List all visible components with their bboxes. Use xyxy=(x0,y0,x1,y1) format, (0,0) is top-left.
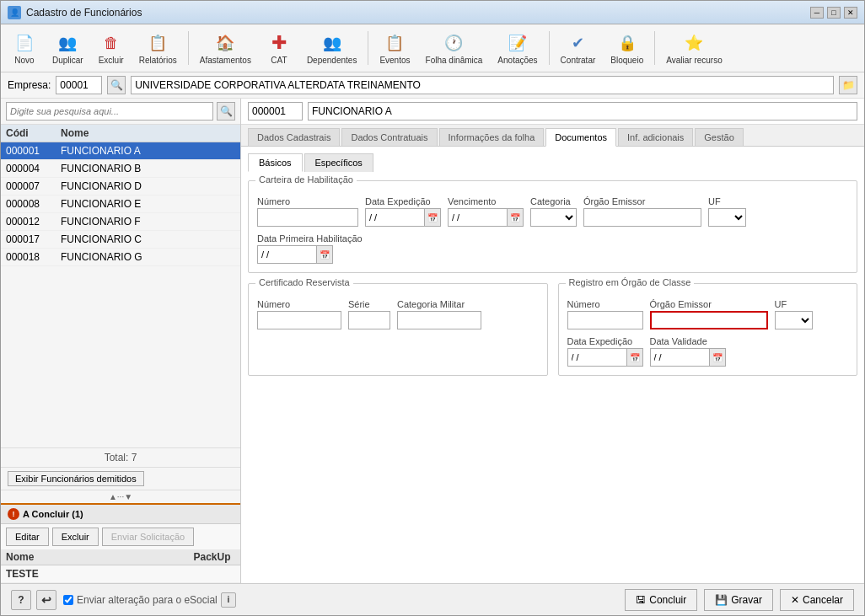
duplicar-label: Duplicar xyxy=(52,56,83,65)
aconcluir-col-pack-header: PackUp xyxy=(189,551,235,563)
aconcluir-title: A Concluir (1) xyxy=(23,509,83,519)
aconcluir-col-name-header: Nome xyxy=(6,551,189,563)
employee-code: 000008 xyxy=(6,198,61,210)
data-expedicao-input[interactable] xyxy=(365,208,424,227)
tab-gestao[interactable]: Gestão xyxy=(695,128,743,146)
esocial-info-button[interactable]: i xyxy=(221,592,236,608)
uf-select[interactable] xyxy=(708,208,746,227)
subtab-basicos[interactable]: Básicos xyxy=(248,153,303,172)
cert-cat-militar-input[interactable] xyxy=(397,311,481,329)
tab-informacoes-folha[interactable]: Informações da folha xyxy=(439,128,545,146)
aconcluir-row-name: TESTE xyxy=(6,568,189,580)
reg-numero-input[interactable] xyxy=(567,311,643,329)
gravar-button[interactable]: 💾 Gravar xyxy=(704,589,773,611)
excluir-aconcluir-button[interactable]: Excluir xyxy=(52,528,99,546)
toolbar-separator-2 xyxy=(368,31,368,65)
cert-numero-input[interactable] xyxy=(257,311,341,329)
col-code-header: Códi xyxy=(6,127,61,139)
numero-input[interactable] xyxy=(257,208,358,227)
vencimento-calendar-button[interactable]: 📅 xyxy=(507,208,524,227)
cancelar-label: Cancelar xyxy=(803,594,843,606)
folha-dinamica-label: Folha dinâmica xyxy=(426,56,483,65)
search-button[interactable]: 🔍 xyxy=(217,102,235,121)
excluir-button[interactable]: 🗑 Excluir xyxy=(93,28,130,68)
employee-row[interactable]: 000001 FUNCIONARIO A xyxy=(1,142,240,160)
maximize-btn[interactable]: □ xyxy=(827,7,841,19)
reg-uf-select[interactable] xyxy=(775,311,813,329)
dependentes-button[interactable]: 👥 Dependentes xyxy=(301,28,363,68)
editar-button[interactable]: Editar xyxy=(6,528,49,546)
employee-row[interactable]: 000017 FUNCIONARIO C xyxy=(1,231,240,249)
employee-row[interactable]: 000008 FUNCIONARIO E xyxy=(1,196,240,213)
employee-row[interactable]: 000004 FUNCIONARIO B xyxy=(1,160,240,178)
empresa-folder-button[interactable]: 📁 xyxy=(839,76,857,94)
search-input[interactable] xyxy=(6,102,213,121)
vencimento-group: Vencimento 📅 xyxy=(448,196,524,227)
help-button[interactable]: ? xyxy=(11,590,31,610)
employee-row[interactable]: 000012 FUNCIONARIO F xyxy=(1,213,240,231)
cert-serie-label: Série xyxy=(348,299,390,309)
cert-serie-input[interactable] xyxy=(348,311,390,329)
anotacoes-button[interactable]: 📝 Anotações xyxy=(492,28,543,68)
novo-button[interactable]: 📄 Novo xyxy=(6,28,43,68)
employee-row[interactable]: 000018 FUNCIONARIO G xyxy=(1,249,240,266)
cert-numero-group: Número xyxy=(257,299,341,329)
collapse-bar[interactable]: ▲···▼ xyxy=(1,490,240,503)
esocial-checkbox[interactable] xyxy=(63,595,73,605)
registro-row-1: Número Órgão Emissor UF xyxy=(567,299,849,329)
close-btn[interactable]: ✕ xyxy=(844,7,857,19)
reg-orgao-emissor-input[interactable] xyxy=(650,311,768,329)
vencimento-input[interactable] xyxy=(448,208,507,227)
aconcluir-row[interactable]: TESTE xyxy=(1,565,240,583)
empresa-code-input[interactable] xyxy=(56,76,102,94)
minimize-btn[interactable]: ─ xyxy=(810,7,824,19)
duplicar-button[interactable]: 👥 Duplicar xyxy=(46,28,89,68)
categoria-select[interactable] xyxy=(530,208,577,227)
record-name-input[interactable] xyxy=(308,102,857,121)
empresa-name-input[interactable] xyxy=(131,76,834,94)
cancelar-button[interactable]: ✕ Cancelar xyxy=(780,589,854,611)
employee-name: FUNCIONARIO B xyxy=(61,163,235,174)
reg-data-expedicao-label: Data Expedição xyxy=(567,336,643,346)
eventos-button[interactable]: 📋 Eventos xyxy=(373,28,416,68)
bloqueio-button[interactable]: 🔒 Bloqueio xyxy=(604,28,649,68)
cert-cat-militar-label: Categoria Militar xyxy=(397,299,481,309)
empresa-search-button[interactable]: 🔍 xyxy=(107,76,126,94)
reg-numero-group: Número xyxy=(567,299,643,329)
subtab-especificos[interactable]: Específicos xyxy=(304,153,373,172)
contratar-button[interactable]: ✔ Contratar xyxy=(555,28,602,68)
employee-list: 000001 FUNCIONARIO A 000004 FUNCIONARIO … xyxy=(1,142,240,447)
reg-data-validade-calendar-button[interactable]: 📅 xyxy=(709,348,726,367)
concluir-button[interactable]: 🖫 Concluir xyxy=(625,589,697,611)
record-code-input[interactable] xyxy=(248,102,303,121)
back-button[interactable]: ↩ xyxy=(36,590,56,610)
afastamentos-button[interactable]: 🏠 Afastamentos xyxy=(194,28,257,68)
main-window: 👤 Cadastro de Funcionários ─ □ ✕ 📄 Novo … xyxy=(0,0,865,616)
tab-dados-cadastrais[interactable]: Dados Cadastrais xyxy=(248,128,340,146)
reg-data-validade-input[interactable] xyxy=(650,348,709,367)
relatorios-button[interactable]: 📋 Relatórios xyxy=(133,28,183,68)
employee-name: FUNCIONARIO A xyxy=(61,145,235,157)
demitidos-button[interactable]: Exibir Funcionários demitidos xyxy=(8,471,144,486)
concluir-icon: 🖫 xyxy=(636,594,646,606)
subtabs-bar: Básicos Específicos xyxy=(248,153,857,172)
data-primeira-hab-calendar-button[interactable]: 📅 xyxy=(316,245,333,264)
certificado-row-1: Número Série Categoria Militar xyxy=(257,299,539,329)
orgao-emissor-input[interactable] xyxy=(583,208,701,227)
cat-button[interactable]: ✚ CAT xyxy=(261,28,298,68)
novo-label: Novo xyxy=(14,56,34,65)
employee-row[interactable]: 000007 FUNCIONARIO D xyxy=(1,178,240,196)
tab-inf-adicionais[interactable]: Inf. adicionais xyxy=(618,128,693,146)
data-primeira-hab-input[interactable] xyxy=(257,245,316,264)
registro-row-2: Data Expedição 📅 Data Validade xyxy=(567,336,849,367)
reg-data-expedicao-calendar-button[interactable]: 📅 xyxy=(626,348,643,367)
tab-dados-contratuais[interactable]: Dados Contratuais xyxy=(341,128,437,146)
avaliar-recurso-button[interactable]: ⭐ Avaliar recurso xyxy=(660,28,728,68)
tab-documentos[interactable]: Documentos xyxy=(545,128,616,147)
employee-code: 000017 xyxy=(6,233,61,245)
reg-data-expedicao-input[interactable] xyxy=(567,348,626,367)
data-expedicao-calendar-button[interactable]: 📅 xyxy=(424,208,441,227)
eventos-icon: 📋 xyxy=(383,31,406,55)
folha-dinamica-button[interactable]: 🕐 Folha dinâmica xyxy=(420,28,489,68)
enviar-solicitacao-button[interactable]: Enviar Solicitação xyxy=(102,528,194,546)
